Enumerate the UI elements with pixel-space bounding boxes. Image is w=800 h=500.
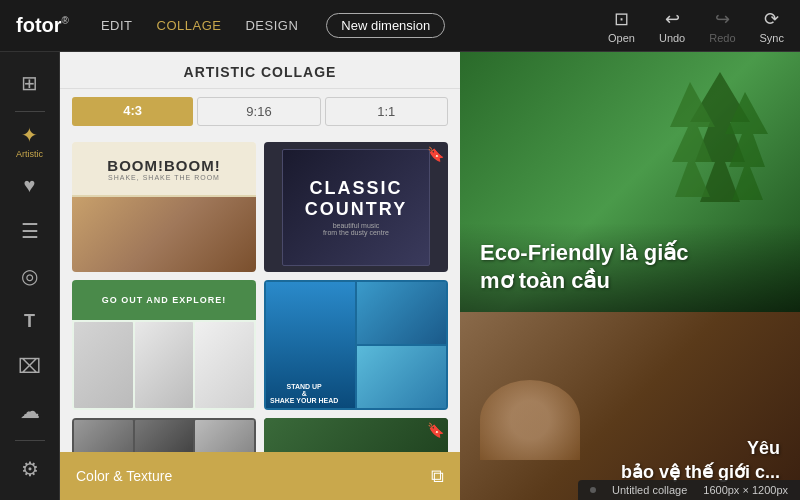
template-boomboom[interactable]: BOOM!BOOM! SHAKE, SHAKE THE ROOM [72,142,256,272]
standup-main: STAND UP&SHAKE YOUR HEAD [266,282,355,408]
heart-icon: ♥ [24,174,36,197]
layout-icon: ⊞ [21,71,38,95]
template-bw[interactable] [72,418,256,452]
template-classic-country[interactable]: 🔖 CLASSIC COUNTRY beautiful musicfrom th… [264,142,448,272]
classic-text: CLASSIC [309,178,402,199]
sidebar-icon-heart[interactable]: ♥ [8,165,52,206]
ratio-tab-1-1[interactable]: 1:1 [325,97,448,126]
open-action[interactable]: ⊡ Open [608,8,635,44]
classic-country-inner: CLASSIC COUNTRY beautiful musicfrom the … [282,149,429,266]
goout-images [72,320,256,410]
icon-sidebar: ⊞ ✦ Artistic ♥ ☰ ◎ T ⌧ ☁ ⚙ [0,52,60,500]
goout-header: GO OUT AND EXPLORE! [72,280,256,320]
status-dot [590,487,596,493]
undo-action[interactable]: ↩ Undo [659,8,685,44]
sync-icon: ⟳ [764,8,779,30]
preview-bottom-text: Yêubảo vệ thế giới c... [621,437,780,484]
nav-edit[interactable]: EDIT [101,18,133,33]
weather-bookmark-icon: 🔖 [427,422,444,438]
collage-panel: ARTISTIC COLLAGE 4:3 9:16 1:1 BOOM!BOOM!… [60,52,460,500]
sidebar-icon-settings[interactable]: ⚙ [8,449,52,490]
canvas-dimensions: 1600px × 1200px [703,484,788,496]
status-bar: Untitled collage 1600px × 1200px [578,480,800,500]
tpl-boom-image [72,197,256,272]
boom-text: BOOM!BOOM! [107,157,220,174]
cloud-icon: ☁ [20,399,40,423]
preview-top-overlay: Eco-Friendly là giấcmơ toàn cầu [460,223,800,312]
sidebar-icon-list[interactable]: ☰ [8,210,52,251]
ratio-tab-9-16[interactable]: 9:16 [197,97,320,126]
bookmark-icon: 🔖 [427,146,444,162]
template-standup[interactable]: STAND UP&SHAKE YOUR HEAD [264,280,448,410]
sidebar-icon-artistic[interactable]: ✦ Artistic [8,120,52,161]
open-icon: ⊡ [614,8,629,30]
hands-decoration [480,380,580,460]
template-weather[interactable]: 🔖 THE WEATHER FUND weather forecast [264,418,448,452]
goout-img-1 [74,322,133,408]
nav-design[interactable]: DESIGN [245,18,298,33]
sync-action[interactable]: ⟳ Sync [760,8,784,44]
goout-img-3 [195,322,254,408]
app-logo: fotor® [16,14,69,37]
bw-img-1 [74,420,133,452]
shake-text: SHAKE, SHAKE THE ROOM [108,174,220,181]
main-layout: ⊞ ✦ Artistic ♥ ☰ ◎ T ⌧ ☁ ⚙ ARTISTIC C [0,52,800,500]
list-icon: ☰ [21,219,39,243]
standup-side-2 [357,346,446,408]
color-texture-button[interactable]: Color & Texture ⧉ [60,452,460,500]
preview-bottom-image: Yêubảo vệ thế giới c... [460,312,800,500]
preview-top-image: Eco-Friendly là giấcmơ toàn cầu [460,52,800,312]
navbar: fotor® EDIT COLLAGE DESIGN New dimension… [0,0,800,52]
sidebar-icon-brush[interactable]: ⌧ [8,346,52,387]
ratio-tabs: 4:3 9:16 1:1 [60,89,460,134]
canvas-title: Untitled collage [612,484,687,496]
weather-top: THE WEATHER FUND [264,418,448,452]
panel-title: ARTISTIC COLLAGE [60,52,460,89]
standup-side-1 [357,282,446,344]
sidebar-icon-text[interactable]: T [8,301,52,342]
sidebar-icon-layout[interactable]: ⊞ [8,62,52,103]
country-text: COUNTRY [305,199,407,220]
artistic-star-icon: ✦ [21,123,38,147]
ratio-tab-4-3[interactable]: 4:3 [72,97,193,126]
sidebar-icon-cloud[interactable]: ☁ [8,391,52,432]
template-goout[interactable]: GO OUT AND EXPLORE! [72,280,256,410]
preview-top-text: Eco-Friendly là giấcmơ toàn cầu [480,239,780,296]
color-texture-icon: ⧉ [431,466,444,487]
tpl-boom-top: BOOM!BOOM! SHAKE, SHAKE THE ROOM [72,142,256,197]
sidebar-divider [15,111,45,112]
preview-canvas: Eco-Friendly là giấcmơ toàn cầu Yêubảo v… [460,52,800,500]
navbar-actions: ⊡ Open ↩ Undo ↪ Redo ⟳ Sync [608,8,784,44]
redo-action[interactable]: ↪ Redo [709,8,735,44]
tree-decoration [660,62,780,222]
text-icon: T [24,311,35,332]
bw-img-3 [195,420,254,452]
new-dimension-button[interactable]: New dimension [326,13,445,38]
bw-img-2 [135,420,194,452]
redo-icon: ↪ [715,8,730,30]
nav-collage[interactable]: COLLAGE [157,18,222,33]
settings-icon: ⚙ [21,457,39,481]
classic-subtitle: beautiful musicfrom the dusty centre [323,222,389,236]
brush-icon: ⌧ [18,354,41,378]
goout-img-2 [135,322,194,408]
target-icon: ◎ [21,264,38,288]
undo-icon: ↩ [665,8,680,30]
template-grid: BOOM!BOOM! SHAKE, SHAKE THE ROOM 🔖 CLASS… [60,134,460,452]
sidebar-icon-target[interactable]: ◎ [8,255,52,296]
preview-area: Eco-Friendly là giấcmơ toàn cầu Yêubảo v… [460,52,800,500]
sidebar-divider-2 [15,440,45,441]
